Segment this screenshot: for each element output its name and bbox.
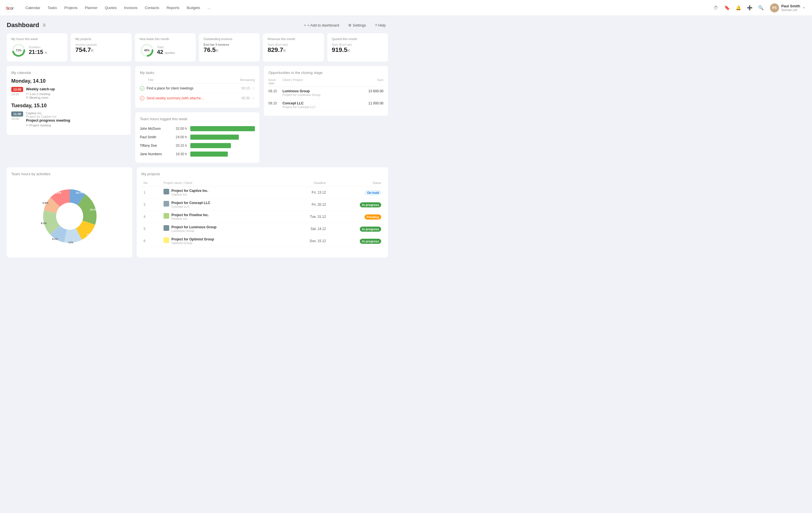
user-area[interactable]: PS Paul Smith Sunrise Ltd ▼ [768, 2, 808, 14]
project-status: In progress [328, 235, 383, 247]
task-row[interactable]: ✓ Send weekly summary (with attache... 0… [140, 93, 255, 103]
dashboard-actions: + + Add to dashboard ⚙ Settings ? Help [302, 22, 388, 28]
svg-text:6.8%: 6.8% [42, 201, 49, 204]
pie-chart-card: Team hours by activities 24.7% 16.4% 13.… [7, 167, 132, 258]
opp-row[interactable]: 08.10 Luminous Group Project for Luminou… [268, 87, 383, 99]
complete-icon[interactable]: ○ [252, 86, 255, 91]
table-row[interactable]: 1 Project for Captive Inc. Captive Inc. … [141, 187, 383, 199]
nav-calendar[interactable]: Calendar [22, 4, 44, 11]
nav-quotes[interactable]: Quotes [102, 4, 120, 11]
team-row: Jane Numbers 18:30 h [140, 150, 255, 158]
stat-card-hours: My hours this week 71% Duration 21:15 h [7, 33, 67, 61]
nav-contacts[interactable]: Contacts [141, 4, 163, 11]
settings-button[interactable]: ⚙ Settings [346, 22, 368, 28]
stat-card-invoices: Outstanding invoices Excl tax 3 invoices… [199, 33, 260, 61]
my-projects-card: My projects No. Project name | Client De… [137, 167, 388, 258]
svg-text:5.5%: 5.5% [56, 191, 61, 194]
calendar-event-1[interactable]: 13:00 14:00 Weekly catch-up ↩ 1-on-1 mee… [11, 87, 126, 99]
opp-row[interactable]: 08.10 Concept LLC Project for Concept LL… [268, 99, 383, 111]
event-project: Project for Captive Inc. [26, 115, 126, 118]
pie-title: Team hours by activities [11, 172, 128, 176]
add-to-dashboard-button[interactable]: + + Add to dashboard [302, 22, 342, 28]
team-hours-val: 20:15 h [171, 144, 187, 147]
svg-text:8.2%: 8.2% [41, 222, 47, 225]
nav-planner[interactable]: Planner [82, 4, 101, 11]
stat-label: New leads this month [140, 37, 191, 40]
table-row[interactable]: 6 Project for Optimist Group Optimist Gr… [141, 235, 383, 247]
stat-body: Income (actual) 754.7K [75, 43, 127, 54]
svg-text:16.4%: 16.4% [90, 208, 97, 211]
avatar: PS [770, 3, 779, 12]
table-row[interactable]: 2 Project for Concept LLC Concept LLC Fr… [141, 199, 383, 211]
tasks-table: Title Remaining ✓ Find a place for clien… [140, 78, 255, 103]
nav-invoices[interactable]: Invoices [121, 4, 141, 11]
search-icon[interactable]: 🔍 [756, 3, 765, 12]
stat-sub: Sum (Excl tax) [332, 43, 352, 46]
plus-icon[interactable]: ➕ [745, 3, 754, 12]
col-name: Project name | Client [161, 180, 284, 187]
table-row[interactable]: 5 Project for Luminous Group Luminous Gr… [141, 223, 383, 235]
team-member-name: Jane Numbers [140, 152, 168, 156]
nav-actions: ⏱ 🔖 🔔 ➕ 🔍 PS Paul Smith Sunrise Ltd ▼ [712, 2, 808, 14]
team-row: John McDunn 32:00 h [140, 125, 255, 133]
dashboard-header: Dashboard ⫼ + + Add to dashboard ⚙ Setti… [7, 22, 388, 29]
task-checkbox[interactable]: ✓ [140, 86, 144, 90]
task-row[interactable]: ✓ Find a place for client meetings 00:15… [140, 83, 255, 93]
stat-label: Outstanding invoices [204, 37, 255, 40]
team-bar [190, 135, 239, 140]
stat-value: 829.7K [267, 46, 288, 54]
project-num: 2 [141, 199, 161, 211]
stat-value: 754.7K [75, 46, 97, 54]
task-checkbox[interactable]: ✓ [140, 96, 144, 101]
opp-table: Issue date Client | Project Sum 08.10 Lu… [268, 78, 383, 111]
calendar-day-1: Monday, 14.10 [11, 78, 126, 84]
project-deadline: Tue, 31.12 [284, 211, 328, 223]
team-bar-wrap [190, 143, 255, 148]
nav-more[interactable]: ... [204, 4, 214, 11]
nav-projects[interactable]: Projects [61, 4, 81, 11]
opp-sum: 13 600.00 [369, 89, 383, 93]
bell-icon[interactable]: 🔔 [734, 3, 743, 12]
opp-sum: 11 000.00 [369, 101, 383, 105]
col-deadline: Deadline [284, 180, 328, 187]
projects-title: My projects [141, 172, 383, 176]
opportunities-card: Opportunities in the closing stage Issue… [264, 66, 388, 116]
donut-label: 71% [16, 49, 22, 52]
stat-body: Sum (Excl tax) 829.7K [267, 43, 319, 54]
nav-links: Calendar Tasks Projects Planner Quotes I… [22, 4, 712, 11]
table-row[interactable]: 4 Project for Fineline Inc. Fineline Inc… [141, 211, 383, 223]
donut-chart: 48% [140, 43, 154, 58]
complete-icon[interactable]: ○ [252, 96, 255, 101]
logo[interactable]: S coro [4, 3, 15, 12]
event-title: Weekly catch-up [26, 87, 126, 91]
nav-reports[interactable]: Reports [163, 4, 183, 11]
opp-date: 08.10 [268, 89, 283, 93]
nav-budgets[interactable]: Budgets [183, 4, 204, 11]
task-title: Find a place for client meetings [147, 86, 239, 90]
help-button[interactable]: ? Help [373, 22, 388, 28]
event-type: ↩ Project meeting [26, 123, 126, 127]
filter-icon[interactable]: ⫼ [42, 23, 47, 28]
user-name: Paul Smith [781, 4, 800, 8]
nav-tasks[interactable]: Tasks [44, 4, 60, 11]
timer-icon[interactable]: ⏱ [712, 3, 720, 12]
stat-card-leads: New leads this month 48% Total 42 quotes [135, 33, 196, 61]
stat-card-projects: My projects Income (actual) 754.7K [71, 33, 132, 61]
main-nav: S coro Calendar Tasks Projects Planner Q… [0, 0, 812, 16]
bookmark-icon[interactable]: 🔖 [723, 3, 732, 12]
event-title: Project progress meeting [26, 118, 126, 123]
calendar-event-2[interactable]: 11:00 14:00 Captive Inc. Project for Cap… [11, 111, 126, 127]
stat-card-revenue: Revenue this month Sum (Excl tax) 829.7K [263, 33, 324, 61]
team-member-name: John McDunn [140, 127, 168, 131]
svg-text:11%: 11% [68, 241, 73, 244]
project-status: On hold [328, 187, 383, 199]
opp-date: 08.10 [268, 101, 283, 105]
stat-cards: My hours this week 71% Duration 21:15 h [7, 33, 388, 61]
project-info: Project for Luminous Group Luminous Grou… [161, 223, 284, 235]
project-num: 5 [141, 223, 161, 235]
stat-value: 76.5K [204, 46, 229, 54]
stat-card-quoted: Quoted this month Sum (Excl tax) 919.5K [327, 33, 388, 61]
team-hours-val: 18:30 h [171, 152, 187, 156]
event-meta: ↩ 1-on-1 meeting [26, 92, 126, 96]
svg-text:13.7%: 13.7% [87, 233, 94, 236]
